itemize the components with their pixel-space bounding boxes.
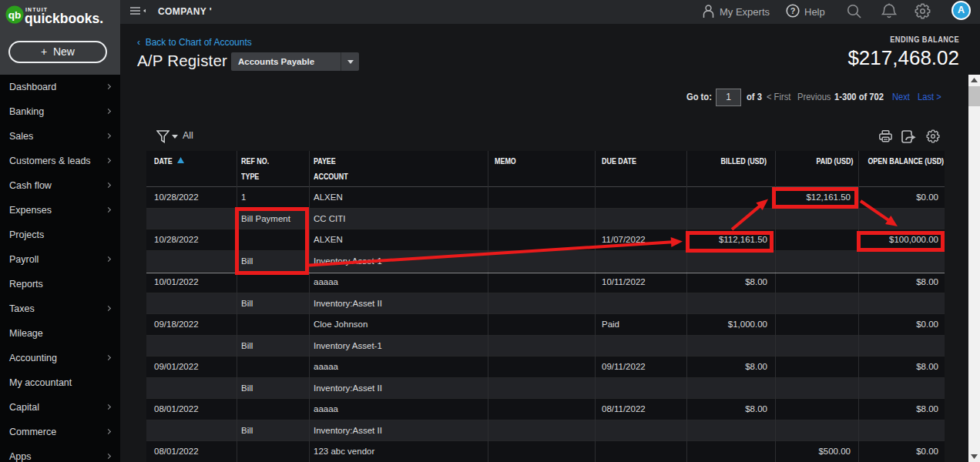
svg-text:quickbooks.: quickbooks. (25, 11, 103, 26)
svg-text:qb: qb (8, 9, 22, 21)
svg-text:?: ? (790, 6, 796, 15)
